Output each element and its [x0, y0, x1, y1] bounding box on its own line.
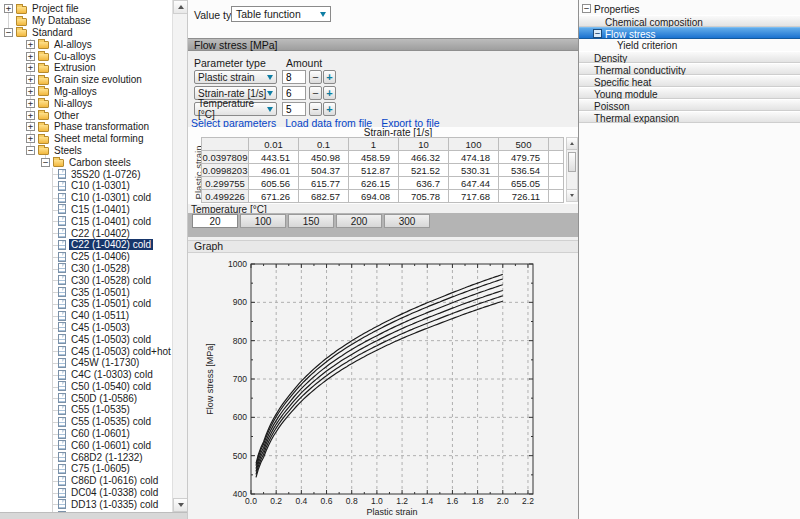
temperature-tab[interactable]: 100	[240, 214, 286, 228]
expander-icon[interactable]: −	[41, 158, 50, 167]
tree-item[interactable]: C35 (1-0501) cold	[0, 298, 172, 310]
increase-button[interactable]: +	[323, 70, 336, 84]
table-cell[interactable]: 512.87	[349, 164, 399, 177]
table-cell[interactable]: 521.52	[399, 164, 449, 177]
property-item-thermal-expansion[interactable]: Thermal expansion	[579, 111, 800, 123]
scrollbar-up-button[interactable]	[567, 138, 577, 150]
tree-item[interactable]: C45 (1-0503) cold+hot	[0, 345, 172, 357]
tree-item[interactable]: C60 (1-0601)	[0, 428, 172, 440]
table-cell[interactable]: 726.11	[499, 190, 549, 203]
decrease-button[interactable]: −	[309, 70, 322, 84]
table-cell[interactable]: 655.05	[499, 177, 549, 190]
scrollbar-thumb[interactable]	[568, 152, 576, 172]
table-cell[interactable]: 647.44	[449, 177, 499, 190]
tree-item[interactable]: +Sheet metal forming	[0, 133, 172, 145]
property-item-density[interactable]: Density	[579, 51, 800, 63]
scrollbar-up-button[interactable]	[173, 0, 188, 14]
tree-item[interactable]: C22 (1-0402)	[0, 227, 172, 239]
tree-item[interactable]: C22 (1-0402) cold	[0, 239, 172, 251]
table-cell[interactable]: 504.37	[299, 164, 349, 177]
property-item-thermal-conductivity[interactable]: Thermal conductivity	[579, 63, 800, 75]
table-cell[interactable]: 694.08	[349, 190, 399, 203]
tree-item[interactable]: C50 (1-0540) cold	[0, 381, 172, 393]
expander-icon[interactable]: +	[26, 99, 35, 108]
tree-item[interactable]: +Phase transformation	[0, 121, 172, 133]
tree-item[interactable]: C30 (1-0528) cold	[0, 274, 172, 286]
tree-item[interactable]: C15 (1-0401)	[0, 204, 172, 216]
tree-item[interactable]: C45W (1-1730)	[0, 357, 172, 369]
tree-item[interactable]: +Project file	[0, 3, 172, 15]
table-cell[interactable]: 458.59	[349, 151, 399, 164]
tree-item[interactable]: +Extrusion	[0, 62, 172, 74]
expander-icon[interactable]: +	[26, 40, 35, 49]
parameter-select-temperature[interactable]: Temperature [°C]	[194, 102, 277, 116]
property-item-specific-heat[interactable]: Specific heat	[579, 75, 800, 87]
tree-item[interactable]: C10 (1-0301)	[0, 180, 172, 192]
tree-item[interactable]: 35S20 (1-0726)	[0, 168, 172, 180]
decrease-button[interactable]: −	[309, 102, 322, 116]
property-item-yield-criterion[interactable]: Yield criterion	[579, 39, 800, 51]
expander-icon[interactable]: −	[4, 28, 13, 37]
tree-item[interactable]: −Steels	[0, 145, 172, 157]
amount-input-strain-rate[interactable]	[282, 86, 306, 100]
table-cell[interactable]: 474.18	[449, 151, 499, 164]
expander-icon[interactable]: +	[26, 134, 35, 143]
table-cell[interactable]: 626.15	[349, 177, 399, 190]
expander-icon[interactable]: −	[26, 146, 35, 155]
table-cell[interactable]: 717.68	[449, 190, 499, 203]
amount-input-plastic-strain[interactable]	[282, 70, 306, 84]
scrollbar-down-button[interactable]	[173, 498, 188, 512]
tree-item[interactable]: +Al-alloys	[0, 38, 172, 50]
expander-icon[interactable]: +	[26, 63, 35, 72]
table-cell[interactable]: 615.77	[299, 177, 349, 190]
expander-icon[interactable]: +	[26, 75, 35, 84]
table-cell[interactable]: 443.51	[249, 151, 299, 164]
tree-item[interactable]: C50D (1-0586)	[0, 392, 172, 404]
amount-input-temperature[interactable]	[282, 102, 306, 116]
property-item-young-module[interactable]: Young module	[579, 87, 800, 99]
tree-item[interactable]: −Standard	[0, 27, 172, 39]
increase-button[interactable]: +	[323, 86, 336, 100]
property-item-chemical-composition[interactable]: Chemical composition	[579, 15, 800, 27]
tree-vertical-scrollbar[interactable]	[172, 0, 187, 512]
tree-item[interactable]: DC04 (1-0338) cold	[0, 487, 172, 499]
tree-item[interactable]: C68D2 (1-1232)	[0, 451, 172, 463]
tree-item[interactable]: C55 (1-0535)	[0, 404, 172, 416]
tree-item[interactable]: C45 (1-0503)	[0, 322, 172, 334]
property-item-poisson[interactable]: Poisson	[579, 99, 800, 111]
tree-item[interactable]: My Database	[0, 15, 172, 27]
expander-icon[interactable]: +	[4, 4, 13, 13]
expander-icon[interactable]: +	[26, 122, 35, 131]
tree-item[interactable]: +Grain size evolution	[0, 74, 172, 86]
tree-item[interactable]: C4C (1-0303) cold	[0, 369, 172, 381]
tree-item[interactable]: C25 (1-0406)	[0, 251, 172, 263]
temperature-tab[interactable]: 300	[384, 214, 430, 228]
expander-icon[interactable]: −	[593, 29, 602, 38]
scrollbar-down-button[interactable]	[567, 189, 577, 201]
tree-item[interactable]: C40 (1-0511)	[0, 310, 172, 322]
tree-item[interactable]: −Carbon steels	[0, 156, 172, 168]
table-cell[interactable]: 671.26	[249, 190, 299, 203]
property-item-flow-stress[interactable]: −Flow stress	[579, 27, 800, 39]
table-cell[interactable]: 466.32	[399, 151, 449, 164]
temperature-tab[interactable]: 150	[288, 214, 334, 228]
tree-item[interactable]: C15 (1-0401) cold	[0, 215, 172, 227]
tree-item[interactable]: C10 (1-0301) cold	[0, 192, 172, 204]
temperature-tab[interactable]: 200	[336, 214, 382, 228]
table-cell[interactable]: 496.01	[249, 164, 299, 177]
parameter-select-plastic-strain[interactable]: Plastic strain	[194, 70, 277, 84]
tree-item[interactable]: +Ni-alloys	[0, 97, 172, 109]
expander-icon[interactable]: +	[26, 87, 35, 96]
tree-item[interactable]: DD13 (1-0335) cold	[0, 498, 172, 510]
table-cell[interactable]: 705.78	[399, 190, 449, 203]
table-vertical-scrollbar[interactable]	[566, 137, 578, 202]
table-cell[interactable]: 479.75	[499, 151, 549, 164]
temperature-tab[interactable]: 20	[192, 214, 238, 228]
expander-icon[interactable]: +	[26, 52, 35, 61]
tree-item[interactable]: +Mg-alloys	[0, 86, 172, 98]
table-cell[interactable]: 450.98	[299, 151, 349, 164]
tree-item[interactable]: C45 (1-0503) cold	[0, 333, 172, 345]
tree-item[interactable]: C30 (1-0528)	[0, 263, 172, 275]
expander-icon[interactable]: −	[582, 4, 591, 13]
property-item-properties[interactable]: −Properties	[579, 3, 800, 15]
